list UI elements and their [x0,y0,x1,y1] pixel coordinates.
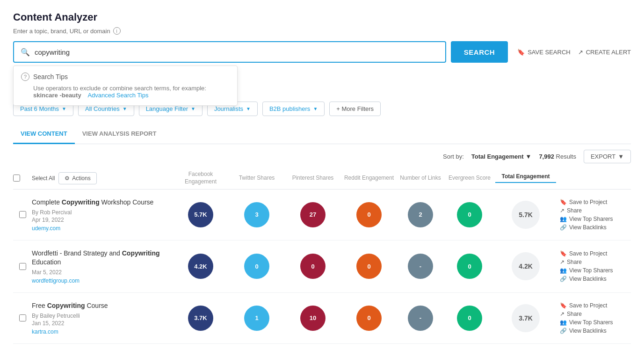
metric-cell: 10 [285,306,341,331]
row-checkbox[interactable] [19,211,26,218]
row-actions: 🔖Save to Project↗Share👥View Top Sharers🔗… [556,199,631,231]
total-engagement-value: 4.2K [512,252,540,280]
export-button[interactable]: EXPORT ▼ [584,150,631,163]
metric-circle: 10 [300,306,326,331]
metric-cell: 3.7K [173,306,229,331]
row-action-top-sharers[interactable]: 👥View Top Sharers [560,267,631,274]
total-engagement-value: 5.7K [512,201,540,229]
article-source[interactable]: wordfettigroup.com [32,277,165,284]
backlinks-icon: 🔗 [560,328,567,334]
select-actions-header: Select All ⚙ Actions [32,172,173,184]
row-action-label: Save to Project [569,302,607,309]
metric-circle: 3 [244,202,269,227]
metric-circle: 0 [356,306,382,331]
metric-cell: - [397,306,444,331]
select-all-checkbox[interactable] [13,175,20,182]
metric-circle: 2 [408,202,433,227]
chevron-down-icon: ▼ [246,106,251,111]
row-actions: 🔖Save to Project↗Share👥View Top Sharers🔗… [556,302,631,334]
row-action-save[interactable]: 🔖Save to Project [560,250,631,257]
total-engagement-cell: 5.7K [495,201,556,229]
row-action-backlinks[interactable]: 🔗View Backlinks [560,224,631,231]
th-reddit: Reddit Engagement [341,175,397,182]
header-actions: 🔖 SAVE SEARCH ↗ CREATE ALERT [517,49,631,56]
total-engagement-cell: 4.2K [495,252,556,280]
metric-cell: 0 [341,202,397,227]
row-action-label: View Backlinks [569,224,607,231]
sort-label: Sort by: [443,153,464,160]
save-icon: 🔖 [560,250,567,257]
metric-circle: 0 [300,254,326,279]
article-title[interactable]: Free Copywriting Course [32,301,165,311]
metric-circle: 1 [244,306,269,331]
row-action-label: Share [567,207,582,214]
chevron-down-icon: ▼ [526,153,532,160]
row-action-top-sharers[interactable]: 👥View Top Sharers [560,216,631,222]
metric-cell: 0 [341,254,397,279]
top-sharers-icon: 👥 [560,267,567,274]
example-operator: -beauty [59,92,81,99]
search-input-wrap: 🔍 [13,41,446,63]
row-checkbox[interactable] [19,263,26,270]
tips-intro: Use operators to exclude or combine sear… [33,85,206,92]
create-alert-button[interactable]: ↗ CREATE ALERT [578,49,631,56]
search-input[interactable] [35,48,439,56]
advanced-search-tips-link[interactable]: Advanced Search Tips [87,92,148,99]
table-header: Select All ⚙ Actions Facebook Engagement… [13,167,631,190]
title-highlight: Copywriting [47,302,85,309]
article-source[interactable]: kartra.com [32,328,165,335]
row-checkbox-cell [13,211,32,218]
row-action-top-sharers[interactable]: 👥View Top Sharers [560,319,631,326]
top-sharers-icon: 👥 [560,216,567,222]
row-actions: 🔖Save to Project↗Share👥View Top Sharers🔗… [556,250,631,282]
metric-cell: 0 [341,306,397,331]
search-icon: 🔍 [21,48,30,57]
th-pinterest: Pinterest Shares [285,175,341,182]
article-info: Complete Copywriting Workshop CourseBy R… [32,198,173,232]
row-action-share[interactable]: ↗Share [560,259,631,265]
select-all-label: Select All [32,175,55,182]
tab-view-content[interactable]: VIEW CONTENT [13,124,75,144]
title-highlight: Copywriting [122,249,160,257]
backlinks-icon: 🔗 [560,224,567,231]
article-title[interactable]: Complete Copywriting Workshop Course [32,198,165,207]
row-action-label: View Backlinks [569,328,607,334]
article-title[interactable]: Wordfetti - Brand Strategy and Copywriti… [32,249,165,267]
row-action-save[interactable]: 🔖Save to Project [560,302,631,309]
row-action-share[interactable]: ↗Share [560,311,631,317]
info-icon[interactable]: i [113,27,121,35]
metric-circle: 0 [457,254,482,279]
row-checkbox[interactable] [19,314,26,321]
row-action-backlinks[interactable]: 🔗View Backlinks [560,276,631,282]
row-action-label: View Top Sharers [569,216,613,222]
metric-cell: 0 [444,202,495,227]
row-action-share[interactable]: ↗Share [560,207,631,214]
search-tips-label[interactable]: Search Tips [33,73,68,80]
actions-button[interactable]: ⚙ Actions [58,172,96,184]
chevron-down-icon: ▼ [191,106,195,111]
search-button[interactable]: SEARCH [451,41,508,63]
article-source[interactable]: udemy.com [32,225,165,232]
metric-circle: - [408,254,433,279]
table-row: Wordfetti - Brand Strategy and Copywriti… [13,241,631,293]
th-links: Number of Links [397,175,444,182]
title-highlight: Copywriting [62,198,100,206]
share-icon: ↗ [560,311,564,317]
row-action-label: View Backlinks [569,276,607,282]
article-date: Apr 19, 2022 [32,217,165,223]
article-info: Free Copywriting CourseBy Bailey Petruce… [32,301,173,335]
row-action-backlinks[interactable]: 🔗View Backlinks [560,328,631,334]
row-action-label: Share [567,259,582,265]
more-filters-button[interactable]: + More Filters [329,102,381,116]
row-action-label: Share [567,311,582,317]
metric-circle: 4.2K [188,254,213,279]
page-subtitle: Enter a topic, brand, URL or domain i [13,27,631,35]
row-action-save[interactable]: 🔖Save to Project [560,199,631,205]
sort-select[interactable]: Total Engagement ▼ [471,153,532,160]
page-title: Content Analyzer [13,11,631,23]
chevron-down-icon: ▼ [618,153,624,160]
save-search-button[interactable]: 🔖 SAVE SEARCH [517,49,571,56]
th-evergreen: Evergreen Score [444,175,495,182]
publishers-filter[interactable]: B2B publishers ▼ [262,102,325,116]
tab-view-analysis[interactable]: VIEW ANALYSIS REPORT [75,124,164,144]
